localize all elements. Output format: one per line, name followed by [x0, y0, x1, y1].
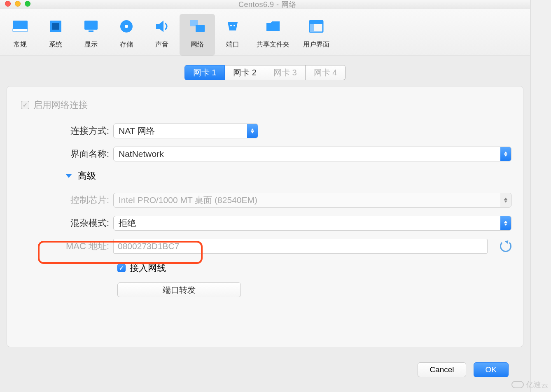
attached-to-value: NAT 网络 [119, 125, 155, 137]
minimize-window-button[interactable] [15, 1, 21, 7]
storage-icon [117, 16, 136, 36]
watermark-text: 亿速云 [526, 380, 549, 390]
mac-address-value: 0800273D1BC7 [118, 241, 179, 251]
toolbar-label: 网络 [180, 40, 215, 49]
settings-window: Centos6.9 - 网络 常规 系统 显示 存储 [0, 0, 530, 392]
enable-network-label: 启用网络连接 [33, 99, 88, 111]
disclosure-triangle-icon [65, 174, 72, 178]
interface-name-value: NatNetwork [119, 149, 164, 159]
titlebar: Centos6.9 - 网络 [0, 0, 530, 9]
serial-icon [223, 16, 243, 36]
cable-connected-checkbox[interactable] [117, 264, 126, 272]
display-icon [81, 16, 101, 36]
toolbar-network[interactable]: 网络 [180, 14, 215, 56]
system-icon [46, 16, 65, 36]
dialog-buttons: Cancel OK [418, 362, 509, 377]
adapter-tabs: 网卡 1 网卡 2 网卡 3 网卡 4 [0, 65, 530, 80]
general-icon [10, 16, 30, 36]
port-forwarding-button[interactable]: 端口转发 [117, 282, 241, 297]
adapter-type-label: 控制芯片: [19, 194, 113, 206]
tab-adapter-4[interactable]: 网卡 4 [306, 65, 346, 80]
svg-rect-4 [84, 21, 98, 30]
svg-rect-1 [13, 29, 28, 31]
traffic-lights [5, 1, 30, 7]
settings-toolbar: 常规 系统 显示 存储 声音 [0, 9, 530, 56]
svg-marker-11 [228, 22, 238, 30]
tab-adapter-2[interactable]: 网卡 2 [225, 65, 265, 80]
toolbar-ui[interactable]: 用户界面 [296, 14, 337, 56]
enable-network-checkbox[interactable] [21, 101, 29, 109]
adapter-type-select: Intel PRO/1000 MT 桌面 (82540EM) [113, 193, 511, 208]
svg-marker-8 [156, 21, 163, 32]
advanced-label: 高级 [78, 170, 96, 182]
ok-button[interactable]: OK [474, 362, 509, 377]
tab-adapter-1[interactable]: 网卡 1 [184, 65, 225, 80]
adapter-type-value: Intel PRO/1000 MT 桌面 (82540EM) [119, 194, 257, 206]
tab-adapter-3[interactable]: 网卡 3 [265, 65, 306, 80]
toolbar-serial[interactable]: 端口 [215, 14, 250, 56]
svg-point-12 [230, 25, 232, 26]
folder-icon [263, 16, 283, 36]
network-icon [187, 16, 207, 36]
toolbar-audio[interactable]: 声音 [144, 14, 180, 56]
select-arrows-icon [500, 216, 511, 230]
toolbar-label: 声音 [144, 40, 180, 49]
interface-name-select[interactable]: NatNetwork [113, 147, 511, 161]
toolbar-shared-folders[interactable]: 共享文件夹 [250, 14, 296, 56]
svg-rect-15 [310, 21, 323, 24]
zoom-window-button[interactable] [25, 1, 30, 7]
mac-address-label: MAC 地址: [19, 240, 113, 252]
svg-rect-5 [89, 30, 93, 32]
refresh-mac-icon[interactable] [500, 240, 511, 252]
attached-to-label: 连接方式: [19, 125, 113, 137]
cable-connected-label: 接入网线 [130, 262, 166, 274]
cloud-icon [511, 381, 524, 388]
interface-name-label: 界面名称: [19, 148, 113, 160]
toolbar-label: 用户界面 [296, 40, 337, 49]
attached-to-select[interactable]: NAT 网络 [113, 124, 258, 138]
toolbar-general[interactable]: 常规 [2, 14, 38, 56]
network-panel: 启用网络连接 连接方式: NAT 网络 界面名称: NatNetwork 高级 … [7, 86, 523, 347]
svg-point-7 [125, 25, 128, 28]
toolbar-label: 显示 [73, 40, 109, 49]
promiscuous-value: 拒绝 [119, 217, 136, 229]
mac-address-input[interactable]: 0800273D1BC7 [113, 239, 488, 254]
select-arrows-icon [247, 124, 258, 138]
toolbar-system[interactable]: 系统 [38, 14, 73, 56]
ui-icon [306, 16, 326, 36]
watermark: 亿速云 [511, 380, 549, 390]
toolbar-label: 系统 [38, 40, 73, 49]
select-arrows-icon [500, 193, 511, 207]
toolbar-label: 存储 [109, 40, 144, 49]
advanced-disclosure[interactable]: 高级 [65, 170, 511, 182]
select-arrows-icon [500, 147, 511, 161]
close-window-button[interactable] [5, 1, 11, 7]
svg-point-13 [233, 25, 235, 26]
toolbar-label: 端口 [215, 40, 250, 49]
toolbar-label: 常规 [2, 40, 38, 49]
promiscuous-select[interactable]: 拒绝 [113, 216, 511, 231]
window-title: Centos6.9 - 网络 [238, 0, 297, 9]
toolbar-display[interactable]: 显示 [73, 14, 109, 56]
toolbar-label: 共享文件夹 [250, 40, 296, 49]
svg-rect-10 [196, 25, 205, 32]
svg-rect-3 [52, 23, 59, 30]
promiscuous-label: 混杂模式: [19, 217, 113, 229]
svg-rect-16 [310, 24, 314, 32]
cancel-button[interactable]: Cancel [418, 362, 466, 377]
audio-icon [152, 16, 172, 36]
toolbar-storage[interactable]: 存储 [109, 14, 144, 56]
